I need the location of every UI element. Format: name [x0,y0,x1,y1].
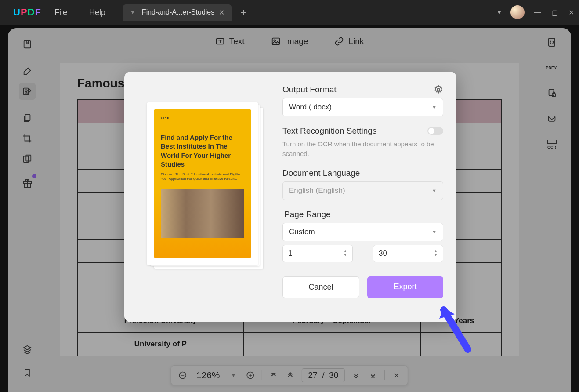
output-format-select[interactable]: Word (.docx)▼ [282,98,443,116]
cancel-button[interactable]: Cancel [282,276,359,298]
svg-point-16 [437,88,440,91]
settings-gear-icon[interactable] [434,85,443,94]
ocr-settings-label: Text Recognition Settings [282,126,376,136]
document-tab[interactable]: ▼ Find-and-A...er-Studies ✕ [123,4,232,21]
language-label: Document Language [282,168,443,178]
export-button[interactable]: Export [367,276,443,298]
range-from-input[interactable]: 1▲▼ [282,245,353,262]
range-dash: — [359,249,367,258]
user-avatar[interactable] [510,5,525,19]
tab-title: Find-and-A...er-Studies [142,8,214,16]
page-range-select[interactable]: Custom▼ [282,223,443,241]
menu-file[interactable]: File [54,8,67,17]
page-range-label: Page Range [282,210,443,219]
menu-help[interactable]: Help [89,8,105,17]
chevron-down-icon[interactable]: ▾ [498,9,501,16]
tab-dropdown-icon[interactable]: ▼ [130,9,135,15]
new-tab-button[interactable]: + [240,6,246,18]
maximize-icon[interactable]: ▢ [551,8,558,17]
app-logo: UPDF [13,7,41,18]
language-select[interactable]: English (English)▼ [282,181,443,200]
ocr-toggle[interactable] [427,127,443,135]
export-modal: UPDF Find and Apply For the Best Institu… [124,72,456,322]
title-bar: UPDF File Help ▼ Find-and-A...er-Studies… [0,0,579,25]
document-thumbnail: UPDF Find and Apply For the Best Institu… [147,102,260,268]
minimize-icon[interactable]: — [534,8,541,16]
close-tab-icon[interactable]: ✕ [219,8,224,17]
output-format-label: Output Format [282,85,337,94]
ocr-hint: Turn on the OCR when the document appear… [282,139,443,159]
range-to-input[interactable]: 30▲▼ [373,245,443,262]
close-window-icon[interactable]: ✕ [568,8,575,17]
